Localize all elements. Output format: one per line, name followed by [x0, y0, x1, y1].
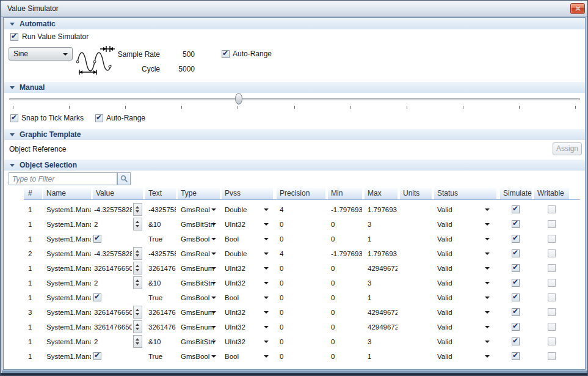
value-spinner[interactable] — [133, 218, 142, 230]
column-header-pvss[interactable]: Pvss — [222, 188, 273, 199]
chevron-down-icon[interactable] — [211, 238, 216, 240]
chevron-down-icon[interactable] — [211, 355, 216, 358]
column-header-name[interactable]: Name — [43, 188, 91, 199]
value-field[interactable]: 3261476650 — [93, 305, 132, 320]
chevron-down-icon[interactable] — [485, 238, 490, 240]
value-field[interactable]: 2 — [93, 276, 132, 290]
value-spinner[interactable] — [133, 306, 142, 319]
chevron-down-icon[interactable] — [211, 311, 216, 314]
writable-checkbox[interactable] — [548, 264, 556, 272]
chevron-down-icon[interactable] — [485, 297, 490, 299]
column-header-num[interactable]: # — [24, 188, 42, 199]
section-header-automatic[interactable]: Automatic — [4, 18, 585, 29]
writable-checkbox[interactable] — [548, 249, 556, 257]
assign-button[interactable]: Assign — [553, 142, 582, 155]
waveform-select[interactable]: Sine — [9, 47, 73, 61]
chevron-down-icon[interactable] — [485, 341, 490, 343]
simulate-checkbox[interactable] — [512, 293, 520, 301]
value-spinner[interactable] — [133, 276, 142, 289]
chevron-down-icon[interactable] — [211, 223, 216, 226]
chevron-down-icon[interactable] — [211, 267, 216, 270]
simulate-checkbox[interactable] — [512, 279, 520, 287]
simulate-checkbox[interactable] — [512, 205, 520, 213]
simulate-checkbox[interactable] — [512, 337, 520, 345]
simulate-checkbox[interactable] — [512, 264, 520, 272]
column-header-simulate[interactable]: Simulate — [500, 188, 532, 199]
chevron-down-icon[interactable] — [211, 253, 216, 255]
titlebar[interactable]: Value Simulator — [1, 1, 588, 17]
simulate-checkbox[interactable] — [512, 323, 520, 331]
writable-checkbox[interactable] — [548, 205, 556, 213]
column-header-status[interactable]: Status — [434, 188, 496, 199]
collapse-arrow-icon[interactable] — [10, 133, 15, 136]
collapse-arrow-icon[interactable] — [10, 86, 15, 89]
filter-input[interactable] — [9, 172, 117, 185]
run-value-simulator-checkbox[interactable] — [10, 33, 18, 41]
chevron-down-icon[interactable] — [264, 238, 269, 240]
section-header-object-selection[interactable]: Object Selection — [4, 160, 585, 171]
chevron-down-icon[interactable] — [211, 341, 216, 343]
simulate-checkbox[interactable] — [512, 249, 520, 257]
chevron-down-icon[interactable] — [485, 223, 490, 226]
slider-thumb[interactable] — [235, 93, 242, 105]
slider-track[interactable] — [9, 98, 580, 100]
value-field[interactable]: 3261476650 — [93, 261, 132, 276]
auto-range-checkbox[interactable] — [222, 50, 230, 58]
simulate-checkbox[interactable] — [512, 352, 520, 360]
column-header-value[interactable]: Value — [93, 188, 143, 199]
simulate-checkbox[interactable] — [512, 235, 520, 243]
section-header-graphic-template[interactable]: Graphic Template — [4, 129, 585, 140]
chevron-down-icon[interactable] — [485, 282, 490, 284]
value-checkbox[interactable] — [93, 293, 101, 301]
writable-checkbox[interactable] — [548, 352, 556, 360]
section-header-manual[interactable]: Manual — [4, 82, 585, 93]
search-button[interactable] — [117, 172, 131, 185]
chevron-down-icon[interactable] — [264, 267, 269, 270]
writable-checkbox[interactable] — [548, 323, 556, 331]
chevron-down-icon[interactable] — [264, 355, 269, 358]
value-field[interactable]: -4.32575828 — [93, 246, 132, 261]
writable-checkbox[interactable] — [548, 235, 556, 243]
value-checkbox[interactable] — [93, 235, 101, 243]
manual-auto-range-checkbox[interactable] — [95, 114, 103, 122]
value-field[interactable]: 2 — [93, 334, 132, 349]
writable-checkbox[interactable] — [548, 337, 556, 345]
value-spinner[interactable] — [133, 247, 142, 260]
chevron-down-icon[interactable] — [264, 282, 269, 284]
collapse-arrow-icon[interactable] — [10, 164, 15, 167]
chevron-down-icon[interactable] — [485, 326, 490, 328]
writable-checkbox[interactable] — [548, 293, 556, 301]
column-header-precision[interactable]: Precision — [277, 188, 325, 199]
value-checkbox[interactable] — [93, 352, 101, 360]
chevron-down-icon[interactable] — [264, 311, 269, 314]
chevron-down-icon[interactable] — [485, 208, 490, 211]
chevron-down-icon[interactable] — [264, 208, 269, 211]
chevron-down-icon[interactable] — [485, 355, 490, 358]
chevron-down-icon[interactable] — [264, 326, 269, 328]
writable-checkbox[interactable] — [548, 279, 556, 287]
snap-to-ticks-checkbox[interactable] — [10, 114, 18, 122]
simulate-checkbox[interactable] — [512, 220, 520, 228]
close-button[interactable] — [570, 3, 585, 14]
value-spinner[interactable] — [133, 320, 142, 333]
column-header-writable[interactable]: Writable — [534, 188, 569, 199]
value-spinner[interactable] — [133, 203, 142, 216]
simulate-checkbox[interactable] — [512, 308, 520, 316]
value-field[interactable]: 2 — [93, 217, 132, 232]
value-field[interactable]: 3261476650 — [93, 320, 132, 334]
column-header-units[interactable]: Units — [400, 188, 432, 199]
column-header-text[interactable]: Text — [145, 188, 176, 199]
chevron-down-icon[interactable] — [211, 282, 216, 284]
chevron-down-icon[interactable] — [485, 311, 490, 314]
collapse-arrow-icon[interactable] — [10, 23, 15, 26]
writable-checkbox[interactable] — [548, 308, 556, 316]
chevron-down-icon[interactable] — [264, 297, 269, 299]
chevron-down-icon[interactable] — [264, 341, 269, 343]
chevron-down-icon[interactable] — [211, 208, 216, 211]
chevron-down-icon[interactable] — [485, 267, 490, 270]
chevron-down-icon[interactable] — [264, 223, 269, 226]
chevron-down-icon[interactable] — [211, 297, 216, 299]
column-header-min[interactable]: Min — [328, 188, 362, 199]
chevron-down-icon[interactable] — [264, 253, 269, 255]
value-spinner[interactable] — [133, 262, 142, 275]
